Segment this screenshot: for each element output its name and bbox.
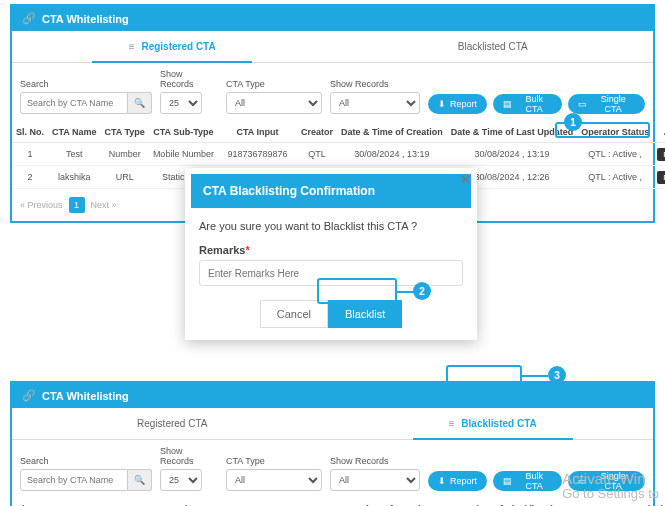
marker-line-3 (522, 375, 548, 377)
modal-title: CTA Blacklisting Confirmation (191, 174, 471, 208)
blacklist-confirm-modal: ✕ CTA Blacklisting Confirmation Are you … (185, 168, 477, 340)
next-page[interactable]: Next » (91, 200, 117, 210)
filters-top: Search 🔍 Show Records 25 CTA Type All Sh… (12, 63, 653, 122)
module-bottom: 🔗 CTA Whitelisting Registered CTA ≡ Blac… (10, 381, 655, 506)
cta-type-label-b: CTA Type (226, 456, 322, 466)
show-records-select-b[interactable]: 25 (160, 469, 202, 491)
search-input-b[interactable] (20, 469, 128, 491)
density-icon: ≡ (449, 418, 455, 429)
cell: URL (101, 166, 149, 189)
th: Creator (286, 499, 326, 506)
link-icon: 🔗 (22, 12, 36, 25)
module-header-bottom: 🔗 CTA Whitelisting (12, 383, 653, 408)
blacklist-action[interactable]: Blacklist (657, 171, 665, 184)
bulk-cta-button[interactable]: ▤Bulk CTA (493, 94, 562, 114)
marker-2: 2 (413, 282, 431, 300)
search-label: Search (20, 79, 152, 89)
search-button[interactable]: 🔍 (128, 92, 152, 114)
th: CTA Input (218, 499, 286, 506)
th: CTA Sub-Type (149, 122, 218, 143)
th: Blacklisted By (637, 499, 665, 506)
tab-blacklisted-label: Blacklisted CTA (458, 41, 528, 52)
search-button-b[interactable]: 🔍 (128, 469, 152, 491)
bulk-icon: ▤ (503, 99, 512, 109)
bulk-label: Bulk CTA (516, 94, 552, 114)
tab-blacklisted-label-b: Blacklisted CTA (461, 418, 536, 429)
bulk-icon: ▤ (503, 476, 512, 486)
th: Creator (297, 122, 337, 143)
table-row: 1 Test Number Mobile Number 918736789876… (12, 143, 665, 166)
th: Operator Status (557, 499, 638, 506)
cell: 30/08/2024 , 13:19 (447, 143, 577, 166)
download-icon: ⬇ (438, 99, 446, 109)
show-records2-label: Show Records (330, 79, 420, 89)
cell: 918736789876 (218, 143, 297, 166)
modal-question: Are you sure you want to Blacklist this … (199, 220, 463, 232)
remarks-label: Remarks* (199, 244, 463, 256)
th: Sl. No. (12, 122, 48, 143)
blacklist-action[interactable]: Blacklist (657, 148, 665, 161)
th: Sl. No. (12, 499, 48, 506)
cell: lakshika (48, 166, 101, 189)
tab-registered-label: Registered CTA (141, 41, 215, 52)
single-cta-button-b[interactable]: ▭Single CTA (568, 471, 645, 491)
cell: QTL (297, 143, 337, 166)
cta-type-select[interactable]: All (226, 92, 322, 114)
show-records-select[interactable]: 25 (160, 92, 202, 114)
density-icon: ≡ (129, 41, 135, 52)
th: CTA Input (218, 122, 297, 143)
tabs-bottom: Registered CTA ≡ Blacklisted CTA (12, 408, 653, 440)
search-icon: 🔍 (134, 475, 145, 485)
th: Date & Time of Creation (326, 499, 436, 506)
cta-type-select-b[interactable]: All (226, 469, 322, 491)
search-input[interactable] (20, 92, 128, 114)
blacklist-button[interactable]: Blacklist (328, 300, 402, 328)
tab-blacklisted[interactable]: Blacklisted CTA (333, 31, 654, 62)
report-button-b[interactable]: ⬇Report (428, 471, 487, 491)
cell: QTL : Active , (577, 166, 653, 189)
th: Action (653, 122, 665, 143)
cell: Number (101, 143, 149, 166)
close-icon[interactable]: ✕ (460, 172, 471, 187)
marker-3: 3 (548, 366, 566, 384)
show-records-label-b: Show Records (160, 446, 218, 466)
report-button[interactable]: ⬇Report (428, 94, 487, 114)
th: Operator Status (577, 122, 653, 143)
single-icon: ▭ (578, 476, 587, 486)
cell: Mobile Number (149, 143, 218, 166)
th: Date & Time of Last Updated (447, 122, 577, 143)
current-page[interactable]: 1 (69, 197, 85, 213)
marker-line-2 (396, 291, 414, 293)
report-label-b: Report (450, 476, 477, 486)
cell: QTL : Active , (577, 143, 653, 166)
show-records2-select[interactable]: All (330, 92, 420, 114)
cell-action: Blacklist (653, 166, 665, 189)
search-icon: 🔍 (134, 98, 145, 108)
show-records2-label-b: Show Records (330, 456, 420, 466)
tabs-top: ≡ Registered CTA Blacklisted CTA (12, 31, 653, 63)
prev-page[interactable]: « Previous (20, 200, 63, 210)
cancel-button[interactable]: Cancel (260, 300, 328, 328)
th: CTA Name (48, 122, 101, 143)
bulk-label-b: Bulk CTA (516, 471, 552, 491)
bulk-cta-button-b[interactable]: ▤Bulk CTA (493, 471, 562, 491)
single-icon: ▭ (578, 99, 587, 109)
th: Date & Time of Blacklisted (436, 499, 557, 506)
cta-table-bottom: Sl. No. CTA Name CTA Type CTA Sub-Type C… (12, 499, 665, 506)
th: CTA Type (101, 499, 149, 506)
report-label: Report (450, 99, 477, 109)
show-records2-select-b[interactable]: All (330, 469, 420, 491)
th: CTA Name (48, 499, 101, 506)
tab-registered[interactable]: ≡ Registered CTA (12, 31, 333, 62)
tab-registered-label-b: Registered CTA (137, 418, 207, 429)
search-label-b: Search (20, 456, 152, 466)
module-title: CTA Whitelisting (42, 13, 129, 25)
cell: 30/08/2024 , 13:19 (337, 143, 447, 166)
filters-bottom: Search 🔍 Show Records 25 CTA Type All Sh… (12, 440, 653, 499)
th: CTA Sub-Type (149, 499, 218, 506)
tab-registered-bottom[interactable]: Registered CTA (12, 408, 333, 439)
single-cta-button[interactable]: ▭Single CTA (568, 94, 645, 114)
link-icon: 🔗 (22, 389, 36, 402)
tab-blacklisted-bottom[interactable]: ≡ Blacklisted CTA (333, 408, 654, 439)
th: Date & Time of Creation (337, 122, 447, 143)
